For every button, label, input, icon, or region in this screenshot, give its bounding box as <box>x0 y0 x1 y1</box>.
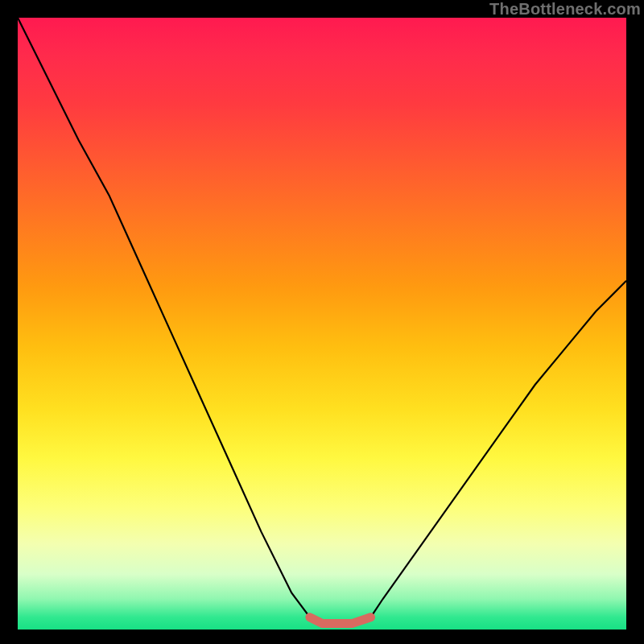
plot-area <box>18 18 626 630</box>
bottleneck-curve <box>18 18 626 623</box>
outer-frame: TheBottleneck.com <box>0 0 644 644</box>
trough-band <box>310 617 371 624</box>
curve-layer <box>18 18 626 630</box>
watermark-label: TheBottleneck.com <box>489 0 641 19</box>
